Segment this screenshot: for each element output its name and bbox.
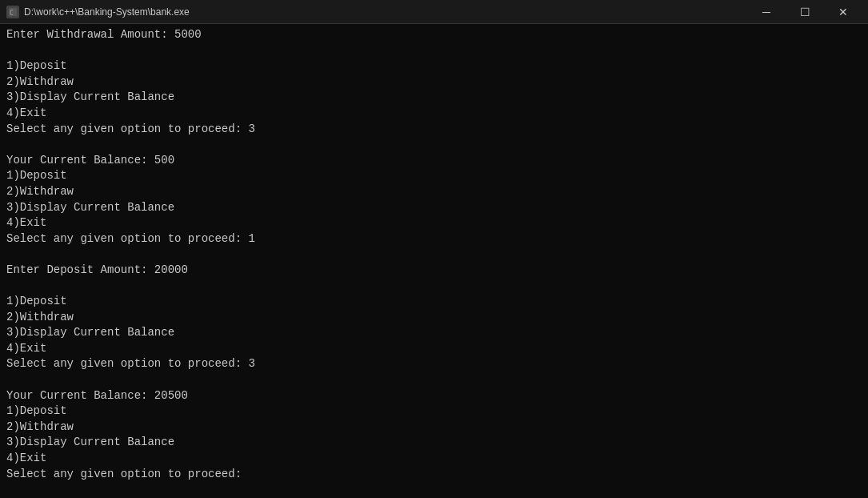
console-line: Your Current Balance: 500 [6, 153, 862, 169]
console-line: Select any given option to proceed: 3 [6, 356, 862, 372]
console-line: 1)Deposit [6, 294, 862, 310]
console-line [6, 372, 862, 388]
console-line: 2)Withdraw [6, 420, 862, 436]
console-line: Select any given option to proceed: 1 [6, 231, 862, 247]
console-line: 3)Display Current Balance [6, 90, 862, 106]
app-icon: C [6, 6, 19, 18]
console-line: 2)Withdraw [6, 74, 862, 90]
svg-text:C: C [10, 10, 14, 16]
minimize-button[interactable]: ─ [748, 0, 785, 24]
console-line: 2)Withdraw [6, 184, 862, 200]
console-line [6, 137, 862, 153]
title-bar: C D:\work\c++\Banking-System\bank.exe ─ … [0, 0, 868, 24]
window-title: D:\work\c++\Banking-System\bank.exe [24, 6, 190, 18]
window: C D:\work\c++\Banking-System\bank.exe ─ … [0, 0, 868, 498]
console-line: 3)Display Current Balance [6, 435, 862, 451]
console-line: 4)Exit [6, 215, 862, 231]
console-line: 4)Exit [6, 106, 862, 122]
console-line [6, 247, 862, 263]
maximize-button[interactable]: ☐ [786, 0, 823, 24]
console-line: 4)Exit [6, 451, 862, 467]
window-controls: ─ ☐ ✕ [748, 0, 862, 24]
console-line: Enter Deposit Amount: 20000 [6, 263, 862, 279]
console-line [6, 279, 862, 295]
console-line: 1)Deposit [6, 58, 862, 74]
console-line: 3)Display Current Balance [6, 325, 862, 341]
console-line [6, 43, 862, 59]
console-line: 1)Deposit [6, 168, 862, 184]
console-line: Your Current Balance: 20500 [6, 388, 862, 404]
console-line: Enter Withdrawal Amount: 5000 [6, 27, 862, 43]
console-line: Select any given option to proceed: [6, 467, 862, 483]
console-line: 3)Display Current Balance [6, 200, 862, 216]
title-bar-left: C D:\work\c++\Banking-System\bank.exe [6, 6, 190, 18]
console-line: Select any given option to proceed: 3 [6, 122, 862, 138]
console-line: 1)Deposit [6, 404, 862, 420]
close-button[interactable]: ✕ [825, 0, 862, 24]
console-line: 4)Exit [6, 341, 862, 357]
console-line: 2)Withdraw [6, 310, 862, 326]
console-output: Enter Withdrawal Amount: 50001)Deposit2)… [0, 24, 868, 498]
